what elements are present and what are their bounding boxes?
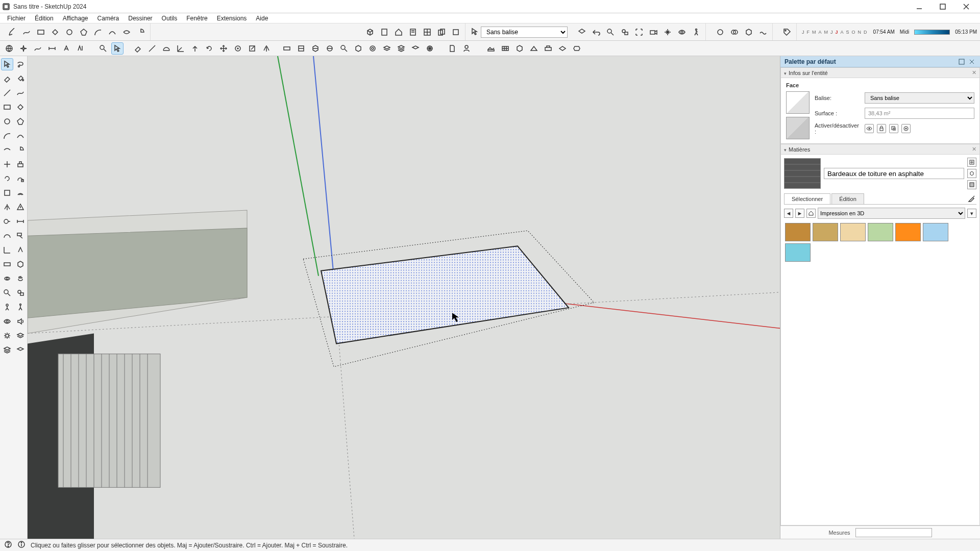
- orbit-icon[interactable]: [1, 272, 13, 285]
- globe-icon[interactable]: [3, 42, 15, 55]
- blank-icon[interactable]: [450, 26, 462, 38]
- style2-icon[interactable]: [728, 26, 741, 38]
- model-cube-icon[interactable]: [364, 26, 376, 38]
- move-icon[interactable]: [1, 158, 13, 170]
- protractor-icon[interactable]: [160, 42, 173, 55]
- create-material-icon[interactable]: [967, 158, 976, 167]
- pushpull-icon[interactable]: [14, 158, 27, 170]
- lasso-icon[interactable]: [14, 58, 27, 70]
- lib-home-icon[interactable]: [806, 209, 816, 218]
- toggle-visible-icon[interactable]: [865, 124, 874, 133]
- eyedropper-icon[interactable]: [966, 194, 976, 204]
- rect2-icon[interactable]: [1, 101, 13, 113]
- grid-icon[interactable]: [421, 26, 433, 38]
- textlabel-icon[interactable]: [14, 230, 27, 242]
- face-back-preview[interactable]: [786, 117, 810, 139]
- arc-c-icon[interactable]: [1, 144, 13, 156]
- text3d-icon[interactable]: [75, 42, 87, 55]
- house-icon[interactable]: [393, 26, 405, 38]
- eraser2-icon[interactable]: [1, 72, 13, 85]
- circle-icon[interactable]: [63, 26, 76, 38]
- layers3-icon[interactable]: [409, 42, 422, 55]
- axes-icon[interactable]: [175, 42, 187, 55]
- toggle-lock-icon[interactable]: [877, 124, 886, 133]
- menu-fichier[interactable]: Fichier: [3, 14, 30, 23]
- menu-extensions[interactable]: Extensions: [213, 14, 251, 23]
- lib-menu-icon[interactable]: ▾: [967, 209, 976, 218]
- doc-icon[interactable]: [446, 42, 458, 55]
- style3-icon[interactable]: [743, 26, 755, 38]
- menu-aide[interactable]: Aide: [252, 14, 272, 23]
- face-front-preview[interactable]: [786, 91, 810, 114]
- user-icon[interactable]: [460, 42, 473, 55]
- materials-library-dropdown[interactable]: Impression en 3D: [818, 208, 965, 219]
- gear-globe-icon[interactable]: [424, 42, 436, 55]
- entity-close-icon[interactable]: ✕: [972, 69, 976, 76]
- iso-icon[interactable]: [576, 26, 588, 38]
- style1-icon[interactable]: [714, 26, 726, 38]
- scale-box-icon[interactable]: [246, 42, 258, 55]
- rectangle-icon[interactable]: [35, 26, 47, 38]
- sandbox3-icon[interactable]: [513, 42, 526, 55]
- select-icon[interactable]: [1, 58, 13, 70]
- section-plane-icon[interactable]: [281, 42, 293, 55]
- camera-icon[interactable]: [647, 26, 659, 38]
- select-tool-icon[interactable]: [111, 42, 124, 55]
- outliner-icon[interactable]: [366, 42, 379, 55]
- menu-camera[interactable]: Caméra: [93, 14, 124, 23]
- polygon2-icon[interactable]: [14, 115, 27, 128]
- zoom-extents-icon[interactable]: [633, 26, 645, 38]
- measures-field-tray[interactable]: [855, 528, 932, 537]
- undo-nav-icon[interactable]: [590, 26, 602, 38]
- pan2-icon[interactable]: [14, 272, 27, 285]
- freehand-icon[interactable]: [20, 26, 33, 38]
- menu-dessiner[interactable]: Dessiner: [124, 14, 156, 23]
- walk-icon[interactable]: [690, 26, 702, 38]
- position-camera-icon[interactable]: [1, 301, 13, 313]
- materials-header[interactable]: ▾Matières ✕: [781, 144, 979, 155]
- toggle-receive-icon[interactable]: [901, 124, 911, 133]
- section-fill-icon[interactable]: [324, 42, 336, 55]
- default-material-icon[interactable]: [967, 169, 976, 178]
- layers4-icon[interactable]: [14, 330, 27, 342]
- zoomext2-icon[interactable]: [14, 287, 27, 299]
- swatch-1[interactable]: [785, 223, 811, 241]
- sandbox2-icon[interactable]: [499, 42, 511, 55]
- line2-icon[interactable]: [1, 87, 13, 99]
- tray-pin-icon[interactable]: [959, 59, 966, 65]
- arc3-icon[interactable]: [120, 26, 133, 38]
- entity-info-header[interactable]: ▾Infos sur l'entité ✕: [781, 68, 979, 78]
- arc2-icon[interactable]: [106, 26, 118, 38]
- eraser-icon[interactable]: [132, 42, 144, 55]
- pie-icon[interactable]: [135, 26, 147, 38]
- materials-tab-edit[interactable]: Édition: [831, 193, 864, 204]
- swatch-5[interactable]: [895, 223, 921, 241]
- rotate-icon[interactable]: [203, 42, 215, 55]
- rotrect2-icon[interactable]: [14, 101, 27, 113]
- help-icon[interactable]: [4, 540, 12, 550]
- time-gradient[interactable]: [914, 30, 950, 35]
- page-icon[interactable]: [378, 26, 390, 38]
- layers2-icon[interactable]: [395, 42, 407, 55]
- pie2-icon[interactable]: [14, 144, 27, 156]
- text-icon[interactable]: [60, 42, 72, 55]
- menu-affichage[interactable]: Affichage: [59, 14, 92, 23]
- style4-icon[interactable]: [757, 26, 769, 38]
- layers6-icon[interactable]: [14, 344, 27, 356]
- layers5-icon[interactable]: [1, 344, 13, 356]
- path-icon[interactable]: [32, 42, 44, 55]
- layers1-icon[interactable]: [381, 42, 393, 55]
- paint-bucket-icon[interactable]: [14, 72, 27, 85]
- sandbox5-icon[interactable]: [542, 42, 554, 55]
- zoom3-icon[interactable]: [338, 42, 350, 55]
- axes2-icon[interactable]: [1, 244, 13, 256]
- tray-close-icon[interactable]: [969, 59, 976, 65]
- viewport-3d[interactable]: [28, 56, 780, 539]
- tape-icon[interactable]: [1, 215, 13, 228]
- dimension-icon[interactable]: [46, 42, 58, 55]
- pan-icon[interactable]: [662, 26, 674, 38]
- swatch-4[interactable]: [868, 223, 893, 241]
- freehand2-icon[interactable]: [14, 87, 27, 99]
- months-strip[interactable]: JFMAMJJASOND: [802, 30, 868, 35]
- dimension2-icon[interactable]: [14, 215, 27, 228]
